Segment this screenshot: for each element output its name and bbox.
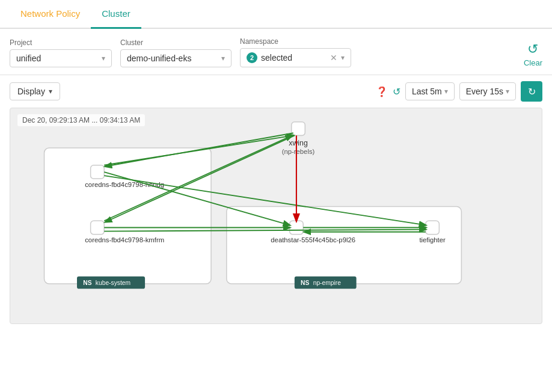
namespace-clear-x-icon[interactable]: ✕ xyxy=(330,53,337,63)
ns-kube-system-box xyxy=(44,148,212,284)
coredns1-label: coredns-fbd4c9798-hhndg xyxy=(85,181,164,188)
tab-network-policy[interactable]: Network Policy xyxy=(10,0,91,29)
ns-np-empire-box xyxy=(227,207,462,284)
time-range-select[interactable]: Last 5m ▾ xyxy=(405,82,455,100)
namespace-label: Namespace xyxy=(240,37,351,46)
namespace-chevron-icon: ▾ xyxy=(341,54,345,62)
namespace-badge: 2 xyxy=(247,52,257,63)
filter-bar: Project unified ▾ Cluster demo-unified-e… xyxy=(0,29,552,75)
namespace-select[interactable]: 2 selected ✕ ▾ xyxy=(240,48,351,67)
refresh-interval-select[interactable]: Every 15s ▾ xyxy=(459,82,516,100)
project-label: Project xyxy=(10,38,112,47)
ns-np-empire-ns-text: NS xyxy=(301,280,309,286)
display-chevron-icon: ▾ xyxy=(49,87,52,96)
history-icon[interactable]: ↺ xyxy=(393,86,400,97)
xwing-sublabel: (np-rebels) xyxy=(282,148,315,155)
display-button[interactable]: Display ▾ xyxy=(10,82,60,100)
tiefighter-node-icon xyxy=(426,221,440,234)
refresh-interval-chevron-icon: ▾ xyxy=(506,87,509,96)
toolbar-right: ❓ ↺ Last 5m ▾ Every 15s ▾ ↻ xyxy=(376,81,542,102)
refresh-clear-icon: ↺ xyxy=(527,41,538,57)
deathstar-node-icon xyxy=(290,221,304,234)
project-filter-group: Project unified ▾ xyxy=(10,38,112,67)
cluster-chevron-icon: ▾ xyxy=(221,54,225,63)
graph-area: Dec 20, 09:29:13 AM ... 09:34:13 AM xwin… xyxy=(10,108,542,324)
tab-cluster[interactable]: Cluster xyxy=(91,0,141,29)
cluster-filter-group: Cluster demo-unified-eks ▾ xyxy=(120,38,232,67)
project-select[interactable]: unified ▾ xyxy=(10,49,112,67)
tiefighter-label: tiefighter xyxy=(419,236,446,243)
help-icon[interactable]: ❓ xyxy=(376,86,388,97)
namespace-filter-group: Namespace 2 selected ✕ ▾ xyxy=(240,37,351,67)
deathstar-label: deathstar-555f4c45bc-p9l26 xyxy=(271,236,355,243)
ns-kube-system-ns-text: NS xyxy=(83,280,91,286)
coredns2-label: coredns-fbd4c9798-kmfrm xyxy=(85,236,164,243)
graph-timestamp: Dec 20, 09:29:13 AM ... 09:34:13 AM xyxy=(17,114,145,126)
cluster-label: Cluster xyxy=(120,38,232,47)
clear-button[interactable]: ↺ Clear xyxy=(524,41,542,67)
tab-bar: Network Policy Cluster xyxy=(0,0,552,29)
cluster-select[interactable]: demo-unified-eks ▾ xyxy=(120,49,232,67)
ns-kube-system-text: kube-system xyxy=(96,280,130,286)
coredns2-node-icon xyxy=(91,221,105,234)
toolbar: Display ▾ ❓ ↺ Last 5m ▾ Every 15s ▾ ↻ xyxy=(0,75,552,108)
project-chevron-icon: ▾ xyxy=(102,54,105,63)
refresh-button[interactable]: ↻ xyxy=(521,81,542,102)
coredns1-node-icon xyxy=(91,165,105,179)
xwing-label: xwing xyxy=(289,139,308,147)
time-range-chevron-icon: ▾ xyxy=(444,87,448,96)
ns-np-empire-text: np-empire xyxy=(313,280,342,286)
graph-svg: xwing (np-rebels) coredns-fbd4c9798-hhnd… xyxy=(10,108,542,323)
xwing-node-icon xyxy=(292,122,305,136)
